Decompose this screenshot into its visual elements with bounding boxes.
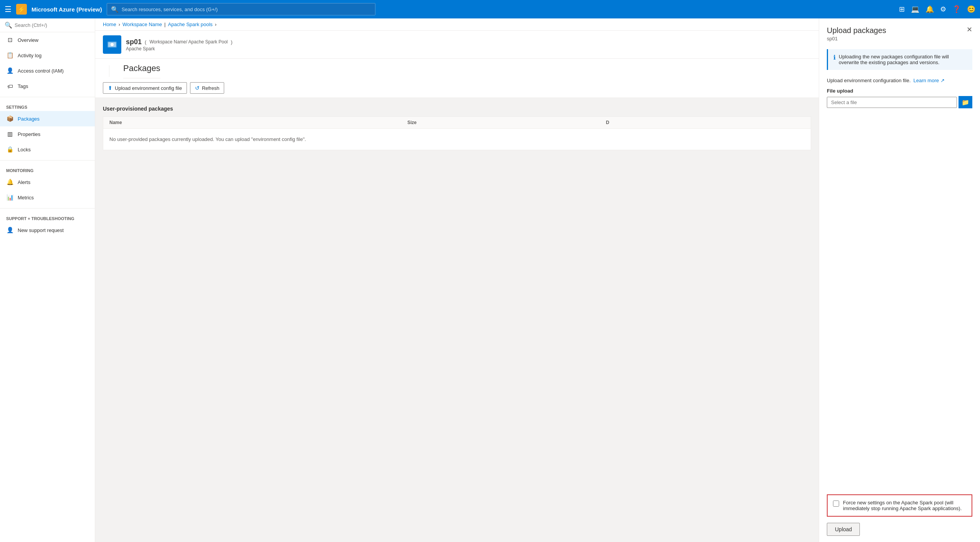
global-search[interactable]: 🔍 xyxy=(107,3,375,15)
cloud-shell-icon[interactable]: 💻 xyxy=(911,5,919,13)
force-settings-checkbox[interactable] xyxy=(833,501,839,507)
portal-menu-icon[interactable]: ⊞ xyxy=(899,5,905,13)
main-content-area: Home › Workspace Name | Apache Spark poo… xyxy=(95,18,819,542)
sidebar-item-label: Tags xyxy=(18,83,28,89)
upload-packages-panel: Upload packages sp01 ✕ ℹ Uploading the n… xyxy=(819,18,980,542)
support-section-label: Support + troubleshooting xyxy=(0,212,95,222)
tags-icon: 🏷 xyxy=(6,82,14,90)
resource-info: sp01 ( Workspace Name/ Apache Spark Pool… xyxy=(126,38,233,51)
sidebar-divider-2 xyxy=(0,160,95,161)
panel-subtitle: sp01 xyxy=(827,36,886,41)
breadcrumb: Home › Workspace Name | Apache Spark poo… xyxy=(95,18,819,31)
sidebar-item-metrics[interactable]: 📊 Metrics xyxy=(0,190,95,205)
notifications-icon[interactable]: 🔔 xyxy=(925,5,934,13)
upload-icon: ⬆ xyxy=(108,85,112,91)
breadcrumb-service[interactable]: Apache Spark pools xyxy=(168,22,213,27)
resource-type: Apache Spark xyxy=(126,46,233,51)
panel-bottom: Force new settings on the Apache Spark p… xyxy=(819,488,980,542)
app-title: Microsoft Azure (Preview) xyxy=(31,6,102,13)
sidebar-item-tags[interactable]: 🏷 Tags xyxy=(0,78,95,94)
sidebar: 🔍 ⊡ Overview 📋 Activity log 👤 Access con… xyxy=(0,18,95,542)
access-control-icon: 👤 xyxy=(6,67,14,75)
info-icon: ℹ xyxy=(833,54,836,65)
info-box: ℹ Uploading the new packages configurati… xyxy=(827,49,972,70)
overview-icon: ⊡ xyxy=(6,36,14,44)
support-icon: 👤 xyxy=(6,226,14,234)
breadcrumb-home[interactable]: Home xyxy=(103,22,116,27)
refresh-label: Refresh xyxy=(202,85,220,91)
upload-env-config-button[interactable]: ⬆ Upload environment config file xyxy=(103,82,187,94)
panel-close-button[interactable]: ✕ xyxy=(967,26,972,33)
azure-logo-icon: ⚡ xyxy=(16,4,27,15)
sidebar-item-label: Metrics xyxy=(18,195,34,201)
upload-env-config-label: Upload environment config file xyxy=(115,85,182,91)
sidebar-item-properties[interactable]: ▥ Properties xyxy=(0,126,95,142)
main-layout: 🔍 ⊡ Overview 📋 Activity log 👤 Access con… xyxy=(0,18,980,542)
sidebar-item-label: Properties xyxy=(18,131,40,137)
force-settings-checkbox-area: Force new settings on the Apache Spark p… xyxy=(827,494,972,517)
search-icon: 🔍 xyxy=(111,6,119,13)
file-select-input[interactable] xyxy=(827,97,957,108)
upload-button[interactable]: Upload xyxy=(827,523,860,536)
vertical-divider xyxy=(109,65,109,77)
hamburger-menu[interactable]: ☰ xyxy=(5,5,12,14)
resource-header: sp01 ( Workspace Name/ Apache Spark Pool… xyxy=(95,31,819,59)
sidebar-item-overview[interactable]: ⊡ Overview xyxy=(0,32,95,48)
sidebar-item-label: New support request xyxy=(18,227,64,233)
feedback-icon[interactable]: 😊 xyxy=(967,5,975,13)
table-empty-message: No user-provided packages currently uplo… xyxy=(103,129,811,150)
sidebar-item-label: Access control (IAM) xyxy=(18,68,64,74)
nav-icon-group: ⊞ 💻 🔔 ⚙ ❓ 😊 xyxy=(899,5,975,13)
panel-title: Upload packages xyxy=(827,26,886,35)
resource-breadcrumb-hint: ( xyxy=(145,39,146,45)
col-header-name: Name xyxy=(109,120,407,125)
breadcrumb-sep-1: › xyxy=(119,22,120,27)
breadcrumb-sep-3: › xyxy=(215,22,216,27)
alerts-icon: 🔔 xyxy=(6,178,14,186)
sidebar-item-locks[interactable]: 🔒 Locks xyxy=(0,142,95,157)
info-message: Uploading the new packages configuration… xyxy=(839,54,967,65)
top-navigation: ☰ ⚡ Microsoft Azure (Preview) 🔍 ⊞ 💻 🔔 ⚙ … xyxy=(0,0,980,18)
sidebar-item-label: Overview xyxy=(18,37,38,43)
help-icon[interactable]: ❓ xyxy=(952,5,961,13)
table-header: Name Size D xyxy=(103,117,811,129)
settings-icon[interactable]: ⚙ xyxy=(940,5,946,13)
monitoring-section-label: Monitoring xyxy=(0,164,95,174)
file-browse-button[interactable]: 📁 xyxy=(959,96,972,108)
metrics-icon: 📊 xyxy=(6,194,14,201)
sidebar-item-activity-log[interactable]: 📋 Activity log xyxy=(0,48,95,63)
refresh-icon: ↺ xyxy=(195,85,200,91)
upload-env-text: Upload environment configuration file. L… xyxy=(827,78,972,83)
resource-breadcrumb-close: ) xyxy=(231,39,232,45)
force-settings-label[interactable]: Force new settings on the Apache Spark p… xyxy=(843,500,966,511)
search-input[interactable] xyxy=(122,7,371,12)
folder-icon: 📁 xyxy=(962,99,969,106)
page-header: Packages xyxy=(95,59,819,78)
resource-icon xyxy=(103,35,121,54)
refresh-button[interactable]: ↺ Refresh xyxy=(190,82,225,94)
sidebar-item-label: Packages xyxy=(18,116,40,122)
packages-table: Name Size D No user-provided packages cu… xyxy=(103,116,811,150)
svg-point-2 xyxy=(111,43,114,46)
sidebar-search-box[interactable]: 🔍 xyxy=(0,18,95,32)
toolbar: ⬆ Upload environment config file ↺ Refre… xyxy=(95,78,819,98)
file-upload-row: 📁 xyxy=(827,96,972,108)
sidebar-search-icon: 🔍 xyxy=(5,22,12,29)
panel-header: Upload packages sp01 ✕ xyxy=(819,18,980,45)
properties-icon: ▥ xyxy=(6,130,14,138)
sidebar-search-input[interactable] xyxy=(15,22,90,28)
sidebar-divider-3 xyxy=(0,208,95,209)
sidebar-item-label: Locks xyxy=(18,147,31,152)
learn-more-link[interactable]: Learn more ↗ xyxy=(913,78,944,83)
sidebar-item-support[interactable]: 👤 New support request xyxy=(0,222,95,238)
upload-section: Upload environment configuration file. L… xyxy=(819,78,980,108)
sidebar-item-alerts[interactable]: 🔔 Alerts xyxy=(0,174,95,190)
breadcrumb-workspace[interactable]: Workspace Name xyxy=(122,22,162,27)
sidebar-item-label: Alerts xyxy=(18,179,30,185)
sidebar-item-access-control[interactable]: 👤 Access control (IAM) xyxy=(0,63,95,78)
section-title: User-provisioned packages xyxy=(103,106,811,112)
packages-icon: 📦 xyxy=(6,115,14,123)
sidebar-item-packages[interactable]: 📦 Packages xyxy=(0,111,95,126)
sidebar-item-label: Activity log xyxy=(18,53,41,58)
page-title: Packages xyxy=(123,63,160,78)
